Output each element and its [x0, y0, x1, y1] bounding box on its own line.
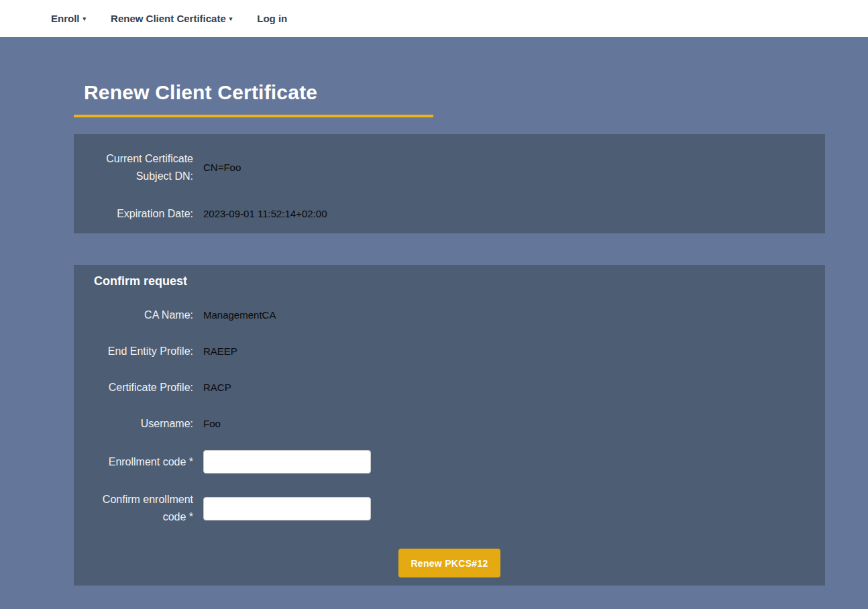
row-confirm-enrollment-code: Confirm enrollment code * — [94, 491, 805, 526]
ca-name-label: CA Name: — [94, 307, 193, 324]
row-end-entity-profile: End Entity Profile: RAEEP — [94, 343, 805, 360]
expiration-date-value: 2023-09-01 11:52:14+02:00 — [203, 207, 805, 221]
certificate-profile-value: RACP — [203, 380, 805, 395]
certificate-info-panel: Current Certificate Subject DN: CN=Foo E… — [74, 134, 825, 233]
chevron-down-icon: ▾ — [83, 16, 87, 22]
nav-item-login-label: Log in — [257, 13, 287, 24]
nav-item-enroll[interactable]: Enroll ▾ — [51, 13, 86, 24]
confirm-request-heading: Confirm request — [94, 273, 805, 289]
nav-item-renew-client-certificate[interactable]: Renew Client Certificate ▾ — [111, 13, 232, 24]
confirm-enrollment-code-label: Confirm enrollment code * — [94, 491, 193, 526]
row-enrollment-code: Enrollment code * — [94, 450, 805, 474]
row-username: Username: Foo — [94, 415, 805, 433]
ca-name-value: ManagementCA — [203, 308, 805, 323]
username-value: Foo — [203, 417, 805, 431]
username-label: Username: — [94, 415, 193, 433]
expiration-date-label: Expiration Date: — [94, 205, 193, 223]
confirm-enrollment-code-input[interactable] — [203, 497, 371, 520]
end-entity-profile-label: End Entity Profile: — [94, 343, 193, 360]
info-row-subject-dn: Current Certificate Subject DN: CN=Foo — [94, 150, 805, 185]
nav-item-log-in[interactable]: Log in — [257, 13, 287, 24]
confirm-request-panel: Confirm request CA Name: ManagementCA En… — [74, 265, 825, 586]
renew-pkcs12-button[interactable]: Renew PKCS#12 — [398, 549, 500, 577]
chevron-down-icon: ▾ — [229, 16, 233, 22]
certificate-profile-label: Certificate Profile: — [94, 379, 193, 396]
page-title-block: Renew Client Certificate — [74, 81, 433, 117]
subject-dn-value: CN=Foo — [203, 160, 805, 175]
nav-item-enroll-label: Enroll — [51, 13, 80, 24]
info-row-expiration-date: Expiration Date: 2023-09-01 11:52:14+02:… — [94, 205, 805, 223]
nav-item-renew-label: Renew Client Certificate — [111, 13, 226, 24]
page-content: Renew Client Certificate Current Certifi… — [74, 81, 825, 586]
row-certificate-profile: Certificate Profile: RACP — [94, 379, 805, 396]
top-navbar: Enroll ▾ Renew Client Certificate ▾ Log … — [0, 0, 868, 37]
subject-dn-label: Current Certificate Subject DN: — [94, 150, 193, 185]
page-title: Renew Client Certificate — [74, 81, 433, 104]
row-ca-name: CA Name: ManagementCA — [94, 307, 805, 324]
button-row: Renew PKCS#12 — [94, 549, 805, 577]
end-entity-profile-value: RAEEP — [203, 344, 805, 359]
enrollment-code-input[interactable] — [203, 450, 371, 474]
enrollment-code-label: Enrollment code * — [94, 453, 193, 471]
